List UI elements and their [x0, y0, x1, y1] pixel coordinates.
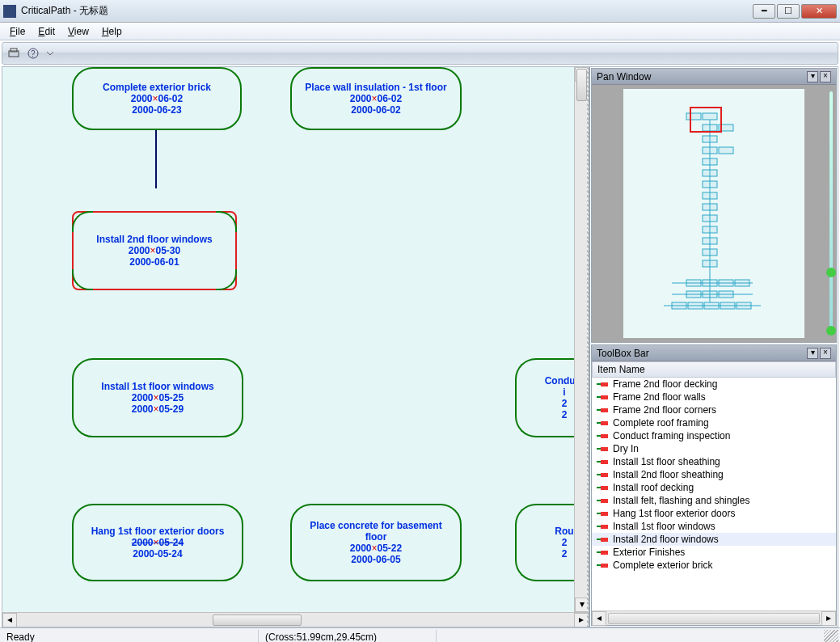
toolbox-item-label: Install roof decking — [613, 482, 694, 493]
pan-window-body[interactable] — [592, 85, 836, 342]
node-start-date: 2000×06-02 — [350, 93, 402, 104]
pan-minimap[interactable] — [623, 89, 804, 338]
panel-menu-icon[interactable]: ▾ — [807, 71, 818, 82]
tb-scroll-left[interactable]: ◂ — [592, 611, 606, 626]
toolbox-item[interactable]: Complete exterior brick — [592, 559, 836, 572]
toolbox-item-label: Install 2nd floor sheathing — [613, 469, 724, 480]
tb-scroll-thumb[interactable] — [608, 613, 820, 624]
node-title: Install 1st floor windows — [101, 381, 213, 392]
toolbox-item[interactable]: Frame 2nd floor corners — [592, 403, 836, 416]
node-end-date: 2000-06-05 — [351, 554, 400, 565]
diagram-node[interactable]: Place concrete for basement floor2000×05… — [290, 504, 462, 581]
print-icon[interactable] — [7, 47, 20, 60]
toolbox-item[interactable]: Dry In — [592, 442, 836, 455]
toolbox-item-label: Hang 1st floor exterior doors — [613, 508, 735, 519]
minimize-button[interactable]: ━ — [753, 4, 775, 19]
toolbox-item-label: Install 1st floor windows — [613, 521, 715, 532]
toolbox-title: ToolBox Bar — [597, 348, 649, 359]
toolbox-column-header[interactable]: Item Name — [592, 361, 836, 378]
menu-edit[interactable]: Edit — [33, 24, 60, 39]
horizontal-scrollbar[interactable]: ◂ ▸ — [2, 612, 589, 627]
node-start-date: 2000×05-30 — [129, 245, 180, 256]
diagram-node[interactable]: Place wall insulation - 1st floor2000×06… — [290, 67, 462, 130]
canvas-container: Complete exterior brick2000×06-022000-06… — [2, 67, 590, 627]
panel-menu-icon[interactable]: ▾ — [807, 348, 818, 359]
toolbox-item[interactable]: Install roof decking — [592, 481, 836, 494]
toolbox-item-label: Frame 2nd floor decking — [613, 378, 717, 390]
task-icon — [597, 535, 608, 543]
menu-edit-label: dit — [44, 26, 55, 37]
toolbox-item[interactable]: Install 1st floor windows — [592, 520, 836, 533]
svg-rect-10 — [719, 147, 733, 154]
pan-window-panel: Pan Window ▾ × — [591, 68, 837, 343]
panel-close-icon[interactable]: × — [820, 71, 831, 82]
dropdown-arrow-icon[interactable] — [46, 47, 59, 60]
status-coords: (Cross:51.99cm,29.45cm) — [259, 630, 437, 643]
toolbox-list[interactable]: Frame 2nd floor deckingFrame 2nd floor w… — [592, 378, 836, 610]
task-icon — [597, 548, 608, 556]
zoom-knob-end[interactable] — [826, 326, 836, 336]
toolbox-item-label: Install 1st floor sheathing — [613, 456, 720, 467]
toolbox-item-label: Complete exterior brick — [613, 560, 712, 571]
diagram-node[interactable]: Install 1st floor windows2000×05-252000×… — [72, 358, 243, 437]
toolbox-item[interactable]: Hang 1st floor exterior doors — [592, 507, 836, 520]
toolbox-item-label: Install 2nd floor windows — [613, 534, 719, 545]
tb-scroll-right[interactable]: ▸ — [821, 611, 836, 626]
menu-view-label: iew — [74, 26, 89, 37]
panel-close-icon[interactable]: × — [820, 348, 831, 359]
toolbox-item[interactable]: Conduct framing inspection — [592, 429, 836, 442]
app-icon — [3, 5, 16, 18]
pan-window-header[interactable]: Pan Window ▾ × — [592, 69, 836, 85]
toolbox-header[interactable]: ToolBox Bar ▾ × — [592, 345, 836, 361]
title-bar: CriticalPath - 无标题 ━ ☐ ✕ — [0, 0, 840, 23]
zoom-slider[interactable] — [829, 91, 833, 336]
toolbar: ? — [2, 42, 838, 65]
diagram-node[interactable]: Install 2nd floor windows2000×05-302000-… — [72, 211, 237, 290]
toolbox-item[interactable]: Install 1st floor sheathing — [592, 455, 836, 468]
node-title: Install 2nd floor windows — [96, 234, 212, 245]
toolbox-item[interactable]: Install felt, flashing and shingles — [592, 494, 836, 507]
task-icon — [597, 393, 608, 401]
scroll-left-arrow[interactable]: ◂ — [2, 613, 17, 627]
toolbox-item[interactable]: Complete roof framing — [592, 416, 836, 429]
task-icon — [597, 496, 608, 505]
close-button[interactable]: ✕ — [801, 4, 837, 19]
node-start-date: i — [563, 386, 565, 398]
toolbox-item-label: Complete roof framing — [613, 417, 709, 429]
node-end-date: 2000×05-29 — [132, 403, 184, 415]
menu-view[interactable]: View — [63, 24, 94, 39]
node-end-date: 2 — [562, 398, 568, 409]
task-icon — [597, 445, 608, 453]
menu-help-label: elp — [109, 26, 122, 37]
zoom-knob[interactable] — [826, 268, 836, 277]
toolbox-item[interactable]: Frame 2nd floor decking — [592, 378, 836, 391]
diagram-node[interactable]: Hang 1st floor exterior doors2000×05-242… — [72, 504, 243, 581]
menu-help[interactable]: Help — [97, 24, 127, 39]
node-start-date: 2000×05-25 — [132, 392, 184, 403]
maximize-button[interactable]: ☐ — [777, 4, 800, 19]
diagram-canvas[interactable]: Complete exterior brick2000×06-022000-06… — [2, 67, 589, 627]
svg-text:?: ? — [31, 49, 36, 58]
toolbox-item[interactable]: Frame 2nd floor walls — [592, 391, 836, 403]
pan-window-title: Pan Window — [597, 71, 651, 82]
node-start-date: 2000×05-24 — [132, 537, 184, 548]
toolbox-item-label: Conduct framing inspection — [613, 430, 730, 441]
node-end-date: 2 — [562, 548, 568, 560]
menu-file-label: ile — [15, 26, 25, 37]
workspace: Complete exterior brick2000×06-022000-06… — [2, 66, 838, 627]
resize-grip[interactable] — [824, 630, 838, 643]
node-title: Rou — [555, 526, 573, 537]
minimap-viewport[interactable] — [690, 107, 722, 133]
status-bar: Ready (Cross:51.99cm,29.45cm) — [0, 627, 840, 642]
toolbox-item-label: Frame 2nd floor walls — [613, 391, 706, 403]
hscroll-thumb[interactable] — [213, 615, 302, 626]
splitter[interactable] — [587, 67, 590, 627]
toolbox-item[interactable]: Install 2nd floor sheathing — [592, 468, 836, 481]
help-icon[interactable]: ? — [27, 47, 40, 60]
toolbox-item[interactable]: Exterior Finishes — [592, 546, 836, 559]
toolbox-hscroll[interactable]: ◂ ▸ — [592, 610, 836, 625]
menu-file[interactable]: File — [5, 24, 30, 39]
diagram-node[interactable]: Complete exterior brick2000×06-022000-06… — [72, 67, 242, 130]
toolbox-item[interactable]: Install 2nd floor windows — [592, 533, 836, 546]
vscroll-thumb[interactable] — [576, 69, 587, 101]
